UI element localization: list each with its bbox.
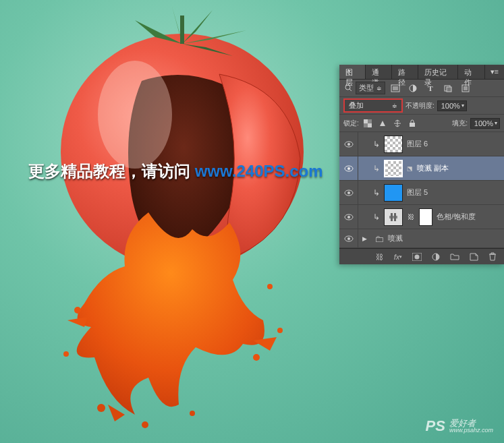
svg-point-30 bbox=[347, 191, 350, 194]
add-mask-icon[interactable] bbox=[411, 252, 423, 262]
clip-arrow-icon: ↳ bbox=[373, 212, 380, 222]
layer-row[interactable]: ↳ ⬔ 喷溅 副本 bbox=[339, 156, 504, 181]
link-icon[interactable]: ⛓ bbox=[407, 213, 415, 220]
watermark-site: www.psahz.com bbox=[449, 427, 493, 434]
lock-row: 锁定: 填充: 100% ▾ bbox=[339, 115, 504, 132]
layer-group-row[interactable]: ▶ 🗀 喷溅 bbox=[339, 229, 504, 248]
svg-point-39 bbox=[415, 254, 420, 259]
svg-rect-23 bbox=[364, 123, 368, 127]
filter-shape-icon[interactable] bbox=[441, 82, 455, 94]
clip-arrow-icon: ↳ bbox=[373, 188, 380, 198]
layer-row[interactable]: ↳ 图层 6 bbox=[339, 132, 504, 156]
new-layer-icon[interactable] bbox=[468, 252, 480, 262]
blend-mode-dropdown[interactable]: 叠加 ≑ bbox=[343, 98, 403, 113]
visibility-toggle[interactable] bbox=[339, 156, 358, 180]
svg-rect-21 bbox=[368, 123, 372, 127]
new-group-icon[interactable] bbox=[449, 252, 461, 262]
opacity-label: 不透明度: bbox=[405, 101, 435, 111]
blend-row: 叠加 ≑ 不透明度: 100% ▾ bbox=[339, 97, 504, 115]
svg-point-28 bbox=[347, 167, 350, 170]
group-toggle-icon[interactable]: ▶ bbox=[362, 235, 370, 242]
chevron-down-icon: ▾ bbox=[495, 120, 497, 126]
watermark-prefix: PS bbox=[426, 417, 445, 435]
layers-panel: 图层 通道 路径 历史记录 动作 ▾≡ 类型 ≑ T 叠 bbox=[339, 65, 504, 264]
svg-rect-24 bbox=[410, 123, 415, 127]
eye-icon bbox=[344, 141, 354, 148]
layer-name[interactable]: 图层 6 bbox=[407, 139, 428, 149]
svg-point-3 bbox=[74, 307, 81, 314]
panel-menu-icon[interactable]: ▾≡ bbox=[485, 65, 504, 79]
svg-point-7 bbox=[190, 411, 195, 416]
svg-line-12 bbox=[349, 89, 352, 91]
layer-row[interactable]: ↳ ⛓ 色相/饱和度 bbox=[339, 205, 504, 229]
splash-artwork bbox=[61, 206, 317, 435]
filter-row: 类型 ≑ T bbox=[339, 80, 504, 97]
clip-arrow-icon: ↳ bbox=[373, 140, 380, 149]
svg-point-5 bbox=[97, 404, 105, 412]
layer-name[interactable]: 喷溅 副本 bbox=[417, 163, 449, 173]
layer-thumbnail[interactable] bbox=[384, 160, 403, 177]
svg-point-10 bbox=[267, 284, 273, 289]
visibility-toggle[interactable] bbox=[339, 205, 358, 229]
adjustment-thumbnail[interactable] bbox=[384, 208, 403, 226]
eye-icon bbox=[344, 214, 354, 220]
svg-point-26 bbox=[347, 143, 350, 146]
visibility-toggle[interactable] bbox=[339, 229, 358, 247]
delete-layer-icon[interactable] bbox=[486, 252, 499, 262]
lock-transparent-icon[interactable] bbox=[362, 118, 374, 129]
layer-thumbnail[interactable] bbox=[384, 136, 403, 153]
lock-pixels-icon[interactable] bbox=[376, 118, 389, 129]
svg-rect-17 bbox=[447, 87, 451, 92]
svg-rect-20 bbox=[364, 119, 368, 123]
promo-text: 更多精品教程，请访问 www.240PS.com bbox=[28, 160, 323, 182]
filter-type-icon[interactable]: T bbox=[423, 82, 438, 94]
tab-layers[interactable]: 图层 bbox=[339, 65, 366, 79]
filter-kind-dropdown[interactable]: 类型 ≑ bbox=[356, 82, 385, 94]
tab-actions[interactable]: 动作 bbox=[458, 65, 484, 79]
lock-all-icon[interactable] bbox=[406, 118, 418, 129]
svg-point-1 bbox=[98, 61, 172, 169]
svg-point-6 bbox=[142, 421, 148, 428]
panel-footer: ⛓ fx▾ bbox=[339, 248, 504, 264]
layer-thumbnail[interactable] bbox=[384, 184, 403, 202]
svg-point-4 bbox=[63, 351, 69, 357]
clip-arrow-icon: ↳ bbox=[373, 164, 380, 173]
fill-input[interactable]: 100% ▾ bbox=[470, 118, 500, 129]
mask-thumbnail[interactable] bbox=[419, 208, 432, 226]
filter-search-icon[interactable] bbox=[343, 84, 353, 93]
layer-name[interactable]: 喷溅 bbox=[388, 233, 403, 243]
layer-row[interactable]: ↳ 图层 5 bbox=[339, 181, 504, 205]
folder-icon: 🗀 bbox=[374, 233, 384, 244]
fill-label: 填充: bbox=[452, 119, 468, 128]
visibility-toggle[interactable] bbox=[339, 132, 358, 156]
layer-name[interactable]: 图层 5 bbox=[407, 187, 428, 198]
svg-rect-14 bbox=[393, 86, 398, 90]
panel-tabs: 图层 通道 路径 历史记录 动作 ▾≡ bbox=[339, 65, 504, 80]
smart-object-icon: ⬔ bbox=[407, 165, 413, 172]
dropdown-arrows-icon: ≑ bbox=[392, 104, 397, 108]
layer-name[interactable]: 色相/饱和度 bbox=[437, 212, 476, 222]
svg-rect-34 bbox=[391, 213, 393, 221]
svg-point-8 bbox=[253, 354, 260, 361]
svg-point-11 bbox=[345, 85, 350, 90]
new-adjustment-icon[interactable] bbox=[430, 252, 442, 262]
blend-mode-value: 叠加 bbox=[349, 100, 364, 111]
link-layers-icon[interactable]: ⛓ bbox=[373, 252, 385, 262]
tab-paths[interactable]: 路径 bbox=[392, 65, 418, 79]
filter-kind-label: 类型 bbox=[359, 83, 374, 93]
watermark: PS 爱好者 www.psahz.com bbox=[426, 417, 493, 435]
svg-rect-35 bbox=[394, 213, 396, 221]
tab-history[interactable]: 历史记录 bbox=[418, 65, 458, 79]
visibility-toggle[interactable] bbox=[339, 181, 358, 204]
opacity-value: 100% bbox=[441, 102, 460, 110]
filter-smart-icon[interactable] bbox=[458, 82, 473, 94]
svg-rect-19 bbox=[464, 86, 468, 90]
svg-point-32 bbox=[347, 216, 350, 218]
filter-pixel-icon[interactable] bbox=[388, 82, 403, 94]
layer-fx-icon[interactable]: fx▾ bbox=[392, 252, 404, 262]
svg-point-37 bbox=[347, 237, 350, 240]
tab-channels[interactable]: 通道 bbox=[366, 65, 392, 79]
lock-position-icon[interactable] bbox=[391, 118, 403, 129]
filter-adjustment-icon[interactable] bbox=[405, 82, 420, 94]
opacity-input[interactable]: 100% ▾ bbox=[437, 100, 467, 111]
